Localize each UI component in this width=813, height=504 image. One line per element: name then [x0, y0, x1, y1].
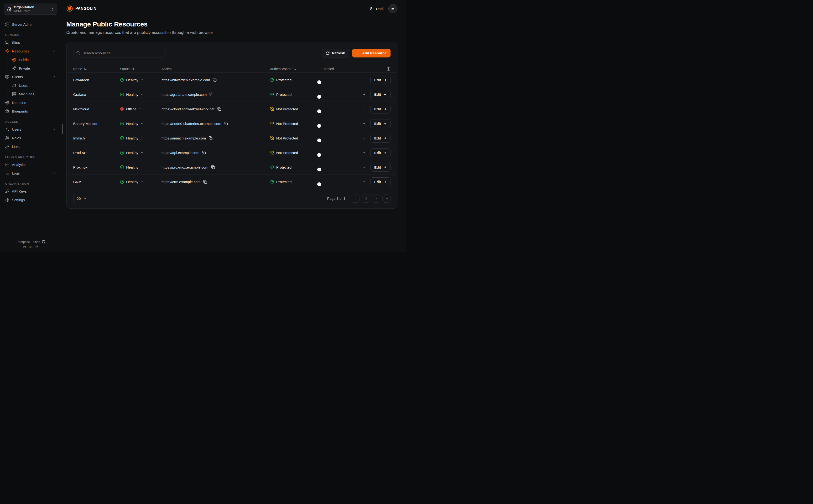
status-badge[interactable]: Healthy — [120, 136, 161, 140]
chevron-down-icon — [140, 151, 143, 154]
edit-button[interactable]: Edit — [370, 163, 390, 172]
page-info: Page 1 of 1 — [327, 196, 345, 201]
sidebar-item-domains[interactable]: Domains — [4, 98, 57, 107]
sidebar-item-label: Settings — [12, 198, 56, 202]
shield-off-icon — [270, 107, 274, 111]
chevrons-up-down-icon — [51, 8, 54, 11]
resource-name: Immich — [73, 136, 120, 140]
sidebar-item-label: Resources — [12, 49, 50, 53]
next-page-button[interactable] — [372, 195, 380, 203]
sidebar-item-links[interactable]: Links — [4, 142, 57, 151]
status-badge[interactable]: Offline — [120, 107, 161, 111]
row-menu-button[interactable] — [361, 107, 365, 111]
copy-icon[interactable] — [211, 165, 215, 169]
sidebar-item-users[interactable]: Users — [4, 125, 57, 134]
sidebar-item-public[interactable]: Public — [11, 55, 57, 64]
edit-button[interactable]: Edit — [370, 134, 390, 143]
copy-icon[interactable] — [217, 107, 221, 111]
edit-button[interactable]: Edit — [370, 148, 390, 157]
add-resource-button[interactable]: Add Resource — [352, 49, 390, 57]
circle-x-icon — [120, 107, 124, 111]
sidebar-item-blueprints[interactable]: Blueprints — [4, 107, 57, 115]
edit-button[interactable]: Edit — [370, 177, 390, 186]
copy-icon[interactable] — [224, 122, 228, 125]
column-settings[interactable] — [357, 67, 390, 71]
sidebar-item-label: Server Admin — [12, 22, 56, 26]
arrow-right-icon — [383, 107, 387, 111]
status-label: Healthy — [126, 165, 138, 169]
edit-button[interactable]: Edit — [370, 90, 390, 99]
toggle-knob — [317, 168, 321, 171]
sidebar-item-clients[interactable]: Clients — [4, 72, 57, 81]
column-header-authentication[interactable]: Authentication — [270, 67, 321, 71]
chevrons-left-icon — [354, 197, 357, 200]
sidebar-item-analytics[interactable]: Analytics — [4, 160, 57, 169]
key-icon — [5, 189, 9, 193]
table-row: Nextcloud Offline https://cloud.schwartz… — [67, 102, 397, 116]
status-badge[interactable]: Healthy — [120, 180, 161, 184]
last-page-button[interactable] — [382, 195, 390, 203]
sidebar-item-settings[interactable]: Settings — [4, 195, 57, 204]
prev-page-button[interactable] — [362, 195, 370, 203]
sidebar-item-sites[interactable]: Sites — [4, 38, 57, 47]
copy-icon[interactable] — [213, 78, 217, 82]
resource-name: CRM — [73, 180, 120, 184]
toolbar-buttons: Refresh Add Resource — [322, 49, 390, 57]
chevron-up-icon — [52, 49, 56, 53]
edition-line[interactable]: Enterprise Edition — [0, 240, 61, 244]
sidebar-item-api-keys[interactable]: API Keys — [4, 187, 57, 195]
main-content: PANGOLIN Dark M Manage Public Resources … — [61, 0, 406, 252]
search-input[interactable] — [73, 49, 166, 57]
status-badge[interactable]: Healthy — [120, 122, 161, 126]
globe-icon — [5, 101, 9, 105]
row-menu-button[interactable] — [361, 180, 365, 184]
resource-url: https://proxmox.example.com — [161, 165, 208, 169]
refresh-button[interactable]: Refresh — [322, 49, 349, 57]
building-icon — [7, 7, 11, 11]
resource-name: Battery Monitor — [73, 122, 120, 126]
sidebar-item-private[interactable]: Private — [11, 64, 57, 72]
status-badge[interactable]: Healthy — [120, 151, 161, 155]
sidebar-item-label: Analytics — [12, 163, 56, 167]
row-menu-button[interactable] — [361, 122, 365, 126]
first-page-button[interactable] — [351, 195, 360, 203]
resource-name: Grafana — [73, 93, 120, 97]
auth-label: Not Protected — [276, 151, 298, 155]
sidebar-item-server-admin[interactable]: Server Admin — [4, 20, 57, 29]
sidebar-item-machines[interactable]: Machines — [11, 90, 57, 98]
row-menu-button[interactable] — [361, 136, 365, 140]
sidebar-item-label: Private — [19, 66, 56, 70]
chevron-down-icon — [140, 122, 143, 125]
avatar[interactable]: M — [388, 4, 397, 13]
row-menu-button[interactable] — [361, 151, 365, 155]
section-label-access: ACCESS — [5, 120, 57, 123]
sidebar-item-resources[interactable]: Resources — [4, 47, 57, 55]
sidebar-item-label: Logs — [12, 171, 50, 175]
copy-icon[interactable] — [209, 93, 213, 96]
status-badge[interactable]: Healthy — [120, 165, 161, 169]
sidebar-item-client-users[interactable]: Users — [11, 81, 57, 90]
edit-button[interactable]: Edit — [370, 76, 390, 84]
row-menu-button[interactable] — [361, 78, 365, 82]
copy-icon[interactable] — [203, 180, 207, 184]
toggle-knob — [317, 124, 321, 128]
copy-icon[interactable] — [202, 151, 206, 154]
sidebar-item-logs[interactable]: Logs — [4, 169, 57, 177]
ellipsis-icon — [361, 93, 365, 97]
table-body: Bitwarden Healthy https://bitwarden.exam… — [67, 73, 397, 189]
status-badge[interactable]: Healthy — [120, 78, 161, 82]
copy-icon[interactable] — [209, 136, 212, 140]
column-header-status[interactable]: Status — [120, 67, 161, 71]
status-badge[interactable]: Healthy — [120, 93, 161, 97]
edit-button[interactable]: Edit — [370, 119, 390, 128]
sidebar-scrollbar-thumb[interactable] — [62, 124, 63, 134]
org-selector[interactable]: Organization ACME Corp. — [4, 4, 57, 15]
row-menu-button[interactable] — [361, 165, 365, 169]
page-size-select[interactable]: 20 — [73, 194, 90, 203]
column-header-name[interactable]: Name — [73, 67, 120, 71]
edit-button[interactable]: Edit — [370, 105, 390, 113]
row-menu-button[interactable] — [361, 93, 365, 97]
version-line[interactable]: v1.13.0 — [0, 245, 61, 249]
sidebar-item-roles[interactable]: Roles — [4, 134, 57, 142]
theme-toggle[interactable]: Dark — [370, 7, 383, 11]
